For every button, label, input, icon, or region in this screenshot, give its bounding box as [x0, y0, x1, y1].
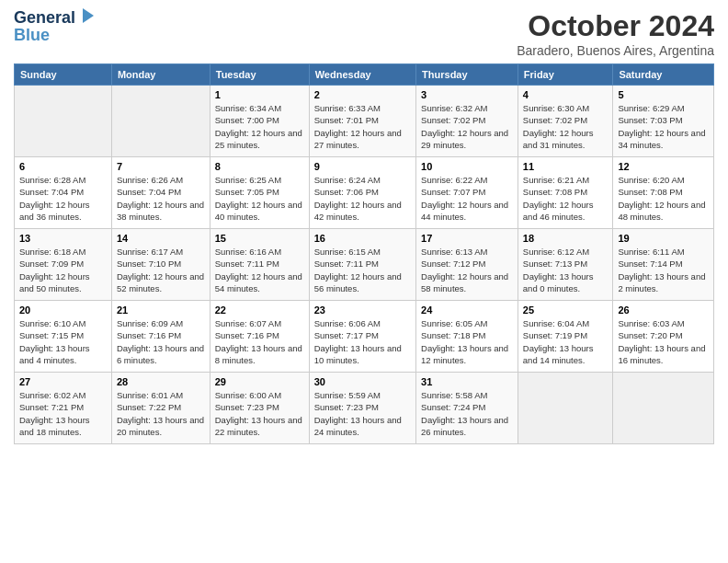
- day-info: Sunrise: 6:32 AMSunset: 7:02 PMDaylight:…: [421, 102, 513, 151]
- day-number: 18: [523, 233, 609, 244]
- table-row: 27Sunrise: 6:02 AMSunset: 7:21 PMDayligh…: [15, 373, 112, 444]
- day-number: 5: [618, 89, 709, 100]
- table-row: 10Sunrise: 6:22 AMSunset: 7:07 PMDayligh…: [416, 157, 518, 229]
- header: General Blue October 2024 Baradero, Buen…: [14, 9, 714, 58]
- day-info: Sunrise: 6:15 AMSunset: 7:11 PMDaylight:…: [314, 246, 411, 294]
- day-number: 12: [618, 161, 709, 172]
- table-row: 29Sunrise: 6:00 AMSunset: 7:23 PMDayligh…: [210, 373, 309, 444]
- col-sunday: Sunday: [15, 64, 112, 86]
- col-saturday: Saturday: [613, 64, 714, 86]
- table-row: 9Sunrise: 6:24 AMSunset: 7:06 PMDaylight…: [309, 157, 415, 229]
- day-number: 20: [19, 304, 107, 316]
- day-info: Sunrise: 6:13 AMSunset: 7:12 PMDaylight:…: [421, 246, 513, 294]
- logo-general: General: [14, 8, 75, 27]
- day-info: Sunrise: 6:25 AMSunset: 7:05 PMDaylight:…: [215, 174, 304, 223]
- day-info: Sunrise: 6:01 AMSunset: 7:22 PMDaylight:…: [117, 389, 205, 438]
- table-row: 20Sunrise: 6:10 AMSunset: 7:15 PMDayligh…: [15, 301, 112, 373]
- day-info: Sunrise: 6:02 AMSunset: 7:21 PMDaylight:…: [19, 389, 107, 438]
- day-info: Sunrise: 6:20 AMSunset: 7:08 PMDaylight:…: [618, 174, 709, 223]
- day-number: 19: [618, 233, 709, 244]
- day-info: Sunrise: 6:09 AMSunset: 7:16 PMDaylight:…: [117, 317, 205, 366]
- table-row: 16Sunrise: 6:15 AMSunset: 7:11 PMDayligh…: [309, 229, 415, 301]
- table-row: 2Sunrise: 6:33 AMSunset: 7:01 PMDaylight…: [309, 86, 415, 157]
- table-row: 25Sunrise: 6:04 AMSunset: 7:19 PMDayligh…: [518, 301, 613, 373]
- col-thursday: Thursday: [416, 64, 518, 86]
- calendar-week-row: 13Sunrise: 6:18 AMSunset: 7:09 PMDayligh…: [15, 229, 714, 301]
- table-row: [518, 373, 613, 444]
- table-row: 14Sunrise: 6:17 AMSunset: 7:10 PMDayligh…: [111, 229, 210, 301]
- page-container: General Blue October 2024 Baradero, Buen…: [0, 0, 728, 454]
- day-info: Sunrise: 6:06 AMSunset: 7:17 PMDaylight:…: [314, 317, 411, 366]
- day-number: 16: [314, 233, 411, 244]
- day-info: Sunrise: 6:07 AMSunset: 7:16 PMDaylight:…: [215, 317, 304, 366]
- day-info: Sunrise: 6:00 AMSunset: 7:23 PMDaylight:…: [215, 389, 304, 438]
- page-title: October 2024: [517, 9, 714, 43]
- day-number: 10: [421, 161, 513, 172]
- day-number: 21: [117, 304, 205, 316]
- day-info: Sunrise: 6:05 AMSunset: 7:18 PMDaylight:…: [421, 317, 513, 366]
- day-number: 3: [421, 89, 513, 100]
- logo: General Blue: [14, 9, 94, 45]
- logo-blue: Blue: [14, 26, 50, 45]
- day-info: Sunrise: 6:18 AMSunset: 7:09 PMDaylight:…: [19, 246, 107, 294]
- day-number: 25: [523, 304, 609, 316]
- day-number: 2: [314, 89, 411, 100]
- day-number: 30: [314, 376, 411, 387]
- table-row: 1Sunrise: 6:34 AMSunset: 7:00 PMDaylight…: [210, 86, 309, 157]
- table-row: 19Sunrise: 6:11 AMSunset: 7:14 PMDayligh…: [613, 229, 714, 301]
- table-row: 26Sunrise: 6:03 AMSunset: 7:20 PMDayligh…: [613, 301, 714, 373]
- day-number: 22: [215, 304, 304, 316]
- col-wednesday: Wednesday: [309, 64, 415, 86]
- day-number: 23: [314, 304, 411, 316]
- day-number: 4: [523, 89, 609, 100]
- calendar-week-row: 27Sunrise: 6:02 AMSunset: 7:21 PMDayligh…: [15, 373, 714, 444]
- table-row: 8Sunrise: 6:25 AMSunset: 7:05 PMDaylight…: [210, 157, 309, 229]
- table-row: [111, 86, 210, 157]
- day-number: 27: [19, 376, 107, 387]
- day-number: 7: [117, 161, 205, 172]
- table-row: 11Sunrise: 6:21 AMSunset: 7:08 PMDayligh…: [518, 157, 613, 229]
- day-number: 17: [421, 233, 513, 244]
- day-number: 8: [215, 161, 304, 172]
- day-number: 24: [421, 304, 513, 316]
- table-row: 13Sunrise: 6:18 AMSunset: 7:09 PMDayligh…: [15, 229, 112, 301]
- day-info: Sunrise: 6:04 AMSunset: 7:19 PMDaylight:…: [523, 317, 609, 366]
- table-row: 31Sunrise: 5:58 AMSunset: 7:24 PMDayligh…: [416, 373, 518, 444]
- day-info: Sunrise: 6:29 AMSunset: 7:03 PMDaylight:…: [618, 102, 709, 151]
- day-info: Sunrise: 6:26 AMSunset: 7:04 PMDaylight:…: [117, 174, 205, 223]
- day-number: 26: [618, 304, 709, 316]
- table-row: [613, 373, 714, 444]
- table-row: 17Sunrise: 6:13 AMSunset: 7:12 PMDayligh…: [416, 229, 518, 301]
- day-info: Sunrise: 6:24 AMSunset: 7:06 PMDaylight:…: [314, 174, 411, 223]
- logo-triangle-icon: [83, 8, 94, 23]
- day-info: Sunrise: 6:12 AMSunset: 7:13 PMDaylight:…: [523, 246, 609, 294]
- table-row: [15, 86, 112, 157]
- table-row: 18Sunrise: 6:12 AMSunset: 7:13 PMDayligh…: [518, 229, 613, 301]
- day-number: 1: [215, 89, 304, 100]
- calendar-header-row: Sunday Monday Tuesday Wednesday Thursday…: [15, 64, 714, 86]
- col-tuesday: Tuesday: [210, 64, 309, 86]
- day-info: Sunrise: 6:17 AMSunset: 7:10 PMDaylight:…: [117, 246, 205, 294]
- table-row: 23Sunrise: 6:06 AMSunset: 7:17 PMDayligh…: [309, 301, 415, 373]
- table-row: 7Sunrise: 6:26 AMSunset: 7:04 PMDaylight…: [111, 157, 210, 229]
- day-info: Sunrise: 6:10 AMSunset: 7:15 PMDaylight:…: [19, 317, 107, 366]
- table-row: 24Sunrise: 6:05 AMSunset: 7:18 PMDayligh…: [416, 301, 518, 373]
- day-number: 28: [117, 376, 205, 387]
- day-info: Sunrise: 6:16 AMSunset: 7:11 PMDaylight:…: [215, 246, 304, 294]
- day-info: Sunrise: 6:34 AMSunset: 7:00 PMDaylight:…: [215, 102, 304, 151]
- table-row: 12Sunrise: 6:20 AMSunset: 7:08 PMDayligh…: [613, 157, 714, 229]
- title-block: October 2024 Baradero, Buenos Aires, Arg…: [517, 9, 714, 58]
- table-row: 6Sunrise: 6:28 AMSunset: 7:04 PMDaylight…: [15, 157, 112, 229]
- day-info: Sunrise: 6:33 AMSunset: 7:01 PMDaylight:…: [314, 102, 411, 151]
- day-info: Sunrise: 6:22 AMSunset: 7:07 PMDaylight:…: [421, 174, 513, 223]
- day-info: Sunrise: 6:03 AMSunset: 7:20 PMDaylight:…: [618, 317, 709, 366]
- day-info: Sunrise: 6:28 AMSunset: 7:04 PMDaylight:…: [19, 174, 107, 223]
- day-number: 13: [19, 233, 107, 244]
- table-row: 28Sunrise: 6:01 AMSunset: 7:22 PMDayligh…: [111, 373, 210, 444]
- col-friday: Friday: [518, 64, 613, 86]
- day-info: Sunrise: 6:21 AMSunset: 7:08 PMDaylight:…: [523, 174, 609, 223]
- day-info: Sunrise: 5:59 AMSunset: 7:23 PMDaylight:…: [314, 389, 411, 438]
- col-monday: Monday: [111, 64, 210, 86]
- calendar-week-row: 1Sunrise: 6:34 AMSunset: 7:00 PMDaylight…: [15, 86, 714, 157]
- calendar-week-row: 6Sunrise: 6:28 AMSunset: 7:04 PMDaylight…: [15, 157, 714, 229]
